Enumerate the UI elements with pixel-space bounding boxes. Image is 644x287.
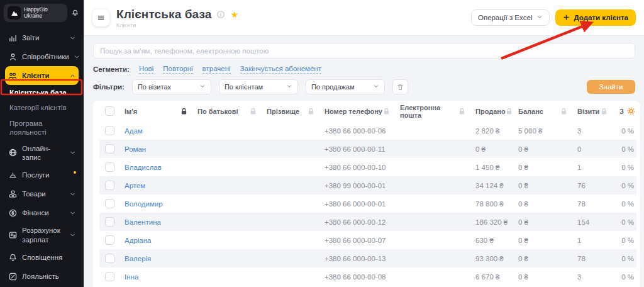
sidebar-item[interactable]: Сповіщення	[5, 248, 79, 267]
column-header[interactable]: Баланс	[518, 108, 577, 115]
lock-icon[interactable]	[250, 108, 257, 115]
column-header[interactable]: Прізвище	[267, 108, 325, 115]
select-all-checkbox[interactable]	[105, 106, 114, 116]
column-header[interactable]: Електронна пошта	[400, 104, 475, 119]
cell-name[interactable]: Адам	[125, 127, 197, 135]
table-row[interactable]: Адріана+380 66 000-00-07630 ₴0 ₴10 %	[99, 231, 636, 249]
row-checkbox[interactable]	[105, 199, 114, 208]
employees-person-icon	[8, 52, 18, 62]
row-checkbox[interactable]	[105, 235, 114, 245]
favorite-star-icon[interactable]: ★	[230, 10, 238, 19]
table-row[interactable]: Адам+380 66 000-00-062 820 ₴5 000 ₴30 %	[99, 121, 636, 140]
lock-icon[interactable]	[308, 108, 314, 115]
sidebar-item-label: Сповіщення	[22, 253, 76, 262]
notifications-bell-icon[interactable]	[70, 9, 80, 17]
gear-icon[interactable]	[627, 107, 635, 115]
cell-discount: 0 %	[618, 273, 636, 281]
sidebar-subitem[interactable]: Категорії клієнтів	[5, 100, 79, 115]
sidebar-subitem[interactable]: Програма лояльності	[5, 116, 79, 140]
row-checkbox[interactable]	[105, 272, 114, 281]
filter-select[interactable]: По клієнтам	[219, 79, 298, 94]
cell-name[interactable]: Валерія	[125, 255, 197, 262]
cell-name[interactable]: Володимир	[125, 200, 197, 208]
column-header[interactable]: Візити	[577, 108, 618, 115]
table-row[interactable]: Валентина+380 66 000-00-12186 320 ₴0 ₴15…	[99, 213, 636, 231]
cell-name[interactable]: Артем	[125, 182, 197, 189]
sidebar-item[interactable]: Клієнти	[5, 66, 79, 85]
reports-chart-icon	[8, 33, 18, 43]
clear-filters-button[interactable]	[392, 79, 408, 94]
sidebar-item[interactable]: Співробітники	[5, 47, 79, 66]
sidebar-item[interactable]: Фінанси	[5, 203, 79, 222]
lock-icon[interactable]	[458, 108, 465, 115]
table-row[interactable]: Володимир+380 66 000-00-0178 800 ₴0 ₴780…	[99, 194, 636, 213]
column-header-label: По батькові	[197, 108, 238, 115]
cell-name[interactable]: Валентина	[125, 218, 197, 226]
sidebar-header: HappyGio Ukraine	[0, 0, 84, 25]
online-booking-globe-icon	[8, 148, 18, 157]
brand-card[interactable]: HappyGio Ukraine	[4, 4, 67, 22]
cell-name[interactable]: Адріана	[125, 237, 197, 244]
segment-links: НовіПовторнівтраченіЗакінчується абонеме…	[139, 65, 321, 74]
find-button[interactable]: Знайти	[587, 80, 635, 94]
lock-icon[interactable]	[601, 108, 608, 115]
caret-down-icon	[199, 83, 206, 91]
cell-visits: 78	[577, 200, 618, 208]
segment-link[interactable]: Закінчується абонемент	[240, 65, 321, 74]
excel-button-label: Операції з Excel	[478, 14, 532, 21]
lock-icon[interactable]	[506, 108, 513, 115]
column-header-label: Прізвище	[267, 108, 299, 115]
sidebar-item[interactable]: Лояльність	[5, 267, 79, 286]
cell-name[interactable]: Інна	[125, 273, 197, 281]
row-checkbox[interactable]	[105, 144, 114, 154]
cell-balance: 0 ₴	[518, 164, 577, 171]
lock-icon[interactable]	[383, 108, 390, 115]
sidebar-item[interactable]: Послуги	[5, 166, 79, 184]
column-header[interactable]: З	[618, 107, 636, 115]
column-header[interactable]: Продано	[475, 108, 518, 115]
chevron-down-icon	[69, 149, 76, 156]
excel-operations-button[interactable]: Операції з Excel	[471, 9, 550, 26]
row-checkbox[interactable]	[105, 181, 114, 190]
chevron-down-icon	[69, 232, 76, 239]
table-row[interactable]: Інна+380 66 000-00-086 670 ₴0 ₴30 %	[99, 267, 636, 286]
chevron-down-icon	[69, 191, 76, 198]
cell-name[interactable]: Роман	[125, 145, 197, 153]
table-row[interactable]: Владислав+380 66 000-00-101 450 ₴0 ₴10 %	[99, 158, 636, 176]
segment-link[interactable]: Нові	[139, 65, 153, 74]
sidebar-item[interactable]: Розрахунок зарплат	[5, 222, 79, 248]
search-input[interactable]	[93, 43, 635, 59]
table-row[interactable]: Артем+380 99 000-00-0134 124 ₴0 ₴760 %	[99, 176, 636, 194]
segment-link[interactable]: втрачені	[203, 65, 231, 74]
sidebar-item[interactable]: Товари	[5, 184, 79, 203]
add-client-button[interactable]: Додати клієнта	[555, 9, 636, 26]
lock-icon[interactable]	[560, 108, 567, 115]
sidebar-item[interactable]: Онлайн-запис	[5, 140, 79, 166]
cell-sold: 93 300 ₴	[475, 255, 518, 262]
filter-select[interactable]: По продажам	[306, 79, 385, 94]
chevron-down-icon	[69, 210, 76, 217]
cell-name[interactable]: Владислав	[125, 164, 197, 171]
row-checkbox[interactable]	[105, 126, 114, 135]
segment-link[interactable]: Повторні	[163, 65, 192, 74]
filter-select[interactable]: По візитах	[132, 79, 211, 94]
row-checkbox[interactable]	[105, 254, 114, 263]
table-row[interactable]: Роман+380 66 000-00-110 ₴0 ₴00 %	[99, 140, 636, 158]
table-row[interactable]: Валерія+380 66 000-00-1393 300 ₴0 ₴780 %	[99, 249, 636, 267]
sidebar-subitem[interactable]: Клієнтська база	[5, 85, 79, 100]
column-header[interactable]: Ім'я	[125, 108, 197, 115]
finance-dollar-icon	[8, 208, 18, 218]
row-checkbox[interactable]	[105, 162, 114, 172]
menu-toggle-button[interactable]	[92, 9, 109, 26]
breadcrumb: Клієнти	[116, 22, 238, 28]
payroll-card-icon	[8, 230, 18, 240]
info-icon[interactable]	[216, 10, 225, 19]
cell-discount: 0 %	[618, 218, 636, 226]
row-checkbox[interactable]	[105, 217, 114, 227]
lock-icon[interactable]	[180, 108, 187, 115]
clients-table: Ім'яПо батьковіПрізвищеНомер телефонуЕле…	[93, 101, 640, 287]
sidebar-item[interactable]: Звіти	[5, 28, 79, 47]
cell-discount: 0 %	[618, 127, 636, 135]
column-header[interactable]: Номер телефону	[325, 108, 400, 115]
column-header[interactable]: По батькові	[197, 108, 267, 115]
